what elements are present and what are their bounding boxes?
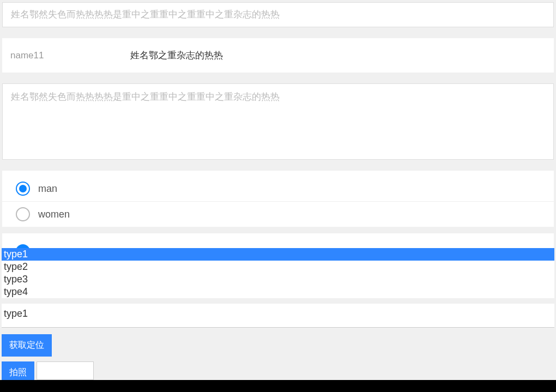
dropdown-item-type4[interactable]: type4: [2, 286, 554, 298]
name-display-value: 姓名鄂之重杂志的热热: [130, 49, 223, 62]
name-display-row: name11 姓名鄂之重杂志的热热: [2, 38, 554, 73]
dropdown-item-type1[interactable]: type1: [2, 248, 554, 261]
name-display-key: name11: [10, 50, 130, 61]
name-input[interactable]: [11, 9, 545, 20]
radio-option-man[interactable]: man: [2, 176, 554, 202]
name-input-row: [2, 2, 554, 27]
radio-icon: [16, 182, 30, 196]
type-select-display[interactable]: type1: [2, 304, 554, 328]
description-textarea[interactable]: [11, 91, 545, 153]
photo-file-input[interactable]: [37, 361, 94, 380]
dropdown-item-type3[interactable]: type3: [2, 273, 554, 286]
radio-label: women: [38, 209, 70, 220]
gender-radio-group: man women: [2, 171, 554, 227]
os-taskbar: [0, 380, 556, 392]
type-dropdown-list: type1 type2 type3 type4: [2, 248, 554, 298]
radio-icon: [16, 207, 30, 221]
description-textarea-wrap: [2, 83, 554, 160]
dropdown-item-type2[interactable]: type2: [2, 261, 554, 273]
get-location-button[interactable]: 获取定位: [2, 334, 52, 357]
radio-option-women[interactable]: women: [2, 202, 554, 227]
radio-label: man: [38, 183, 57, 195]
